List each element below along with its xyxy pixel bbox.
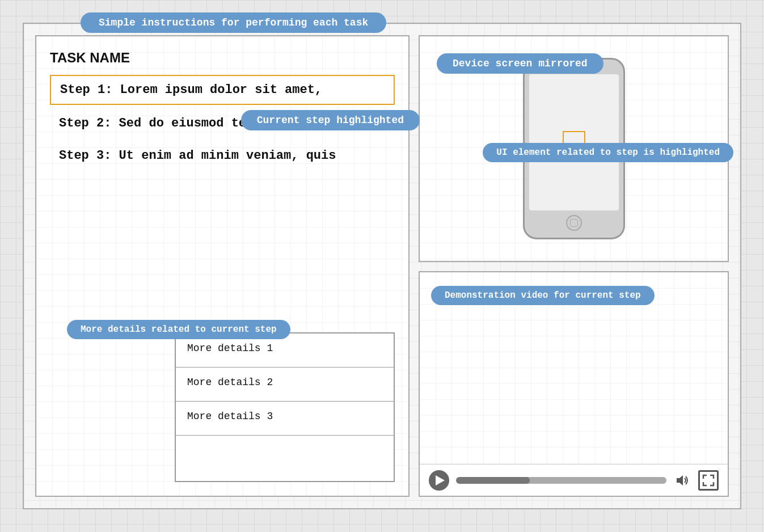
play-button[interactable] <box>429 470 449 491</box>
phone-home-inner <box>570 219 578 227</box>
details-table: More details 1 More details 2 More detai… <box>175 332 395 482</box>
left-panel: TASK NAME Current step highlighted Step … <box>35 35 410 497</box>
fullscreen-icon[interactable] <box>698 470 719 491</box>
more-details-section: More details related to current step Mor… <box>50 332 395 482</box>
step-item-3[interactable]: Step 3: Ut enim ad minim veniam, quis <box>50 142 395 170</box>
device-label-pill: Device screen mirrored <box>437 53 603 74</box>
more-details-label-pill: More details related to current step <box>67 320 290 339</box>
right-panel: Device screen mirrored UI element relate… <box>419 35 729 497</box>
video-controls <box>420 464 728 496</box>
main-content: TASK NAME Current step highlighted Step … <box>24 24 740 508</box>
top-label-pill: Simple instructions for performing each … <box>81 12 386 33</box>
current-step-label-pill: Current step highlighted <box>241 110 420 130</box>
details-row-2: More details 2 <box>176 368 394 402</box>
progress-bar-fill <box>456 477 530 484</box>
outer-container: Simple instructions for performing each … <box>23 23 741 509</box>
task-name: TASK NAME <box>50 50 395 66</box>
phone-home-button[interactable] <box>566 215 582 231</box>
svg-marker-0 <box>677 475 683 485</box>
video-panel: Demonstration video for current step <box>419 271 729 497</box>
phone-screen <box>529 74 619 210</box>
progress-bar-container[interactable] <box>456 477 666 484</box>
step-item-1[interactable]: Step 1: Lorem ipsum dolor sit amet, <box>50 75 395 105</box>
volume-icon[interactable] <box>673 471 691 489</box>
details-row-3: More details 3 <box>176 402 394 436</box>
ui-element-label-pill: UI element related to step is highlighte… <box>483 143 733 162</box>
video-label-pill: Demonstration video for current step <box>431 286 655 305</box>
device-panel: Device screen mirrored UI element relate… <box>419 35 729 262</box>
details-row-4 <box>176 436 394 481</box>
play-icon <box>436 475 445 485</box>
